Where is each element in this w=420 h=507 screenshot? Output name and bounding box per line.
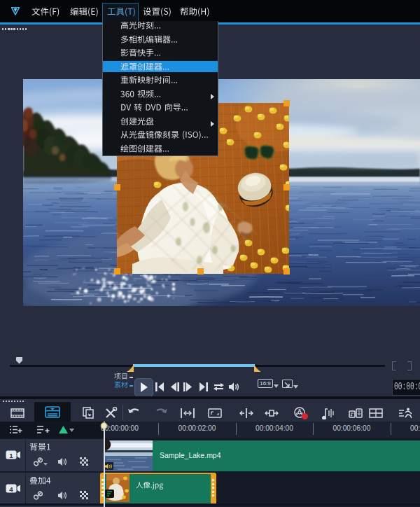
svg-text:1: 1 — [9, 452, 13, 459]
svg-text:4: 4 — [9, 485, 13, 493]
